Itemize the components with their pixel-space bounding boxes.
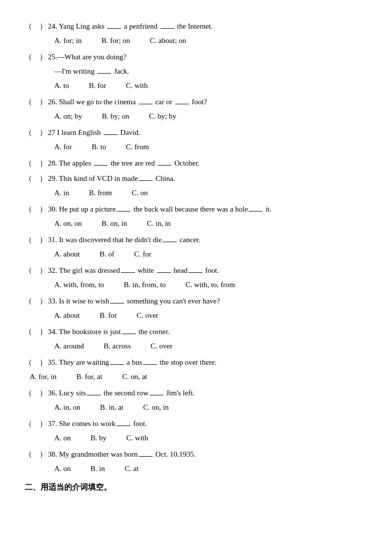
option-36-a: A. in, on	[54, 401, 80, 414]
paren-37: （ ）	[25, 417, 47, 430]
q30-options: A. on, on B. on, in C. in, in	[54, 217, 367, 230]
blank-35-1	[110, 364, 124, 365]
paren-30: （ ）	[25, 203, 47, 216]
blank-33	[110, 303, 124, 303]
blank-34	[122, 334, 136, 334]
option-30-a: A. on, on	[54, 217, 82, 230]
question-34-line: （ ） 34. The bookstore is just the corner…	[25, 325, 367, 339]
blank-32-2	[157, 272, 171, 273]
option-27-b: B. to	[92, 140, 106, 154]
q31-options: A. about B. of C. for	[54, 248, 367, 261]
question-25: （ ） 25.—What are you doing? —I'm writing…	[25, 50, 367, 92]
question-26-line: （ ） 26. Shall we go to the cinema car or…	[25, 95, 367, 109]
option-35-b: B. for, at	[76, 370, 102, 384]
option-33-c: C. over	[137, 309, 158, 322]
blank-35-2	[143, 364, 157, 365]
option-24-b: B. for; on	[101, 34, 130, 47]
option-26-b: B. by; on	[102, 110, 129, 123]
option-36-c: C. on, in	[143, 401, 169, 414]
paren-36: （ ）	[25, 386, 47, 400]
blank-28-1	[94, 165, 108, 166]
option-29-a: A. in	[54, 186, 69, 200]
q24-options: A. for; in B. for; on C. about; on	[54, 34, 367, 47]
q33-options: A. about B. for C. over	[54, 309, 367, 322]
option-29-c: C. on	[132, 186, 148, 200]
blank-36-1	[87, 395, 101, 395]
option-38-b: B. in	[90, 462, 105, 475]
blank-32-3	[189, 272, 202, 273]
q29-options: A. in B. from C. on	[54, 186, 367, 200]
q26-options: A. on; by B. by; on C. by; by	[54, 110, 367, 123]
option-32-a: A. with, from, to	[54, 278, 104, 292]
q27-text: 27 I learn English David.	[48, 126, 140, 139]
paren-32: （ ）	[25, 264, 47, 277]
option-27-c: C. from	[126, 140, 149, 154]
option-34-a: A. around	[54, 340, 84, 353]
q34-options: A. around B. across C. over	[54, 340, 367, 353]
question-26: （ ） 26. Shall we go to the cinema car or…	[25, 95, 367, 123]
option-24-a: A. for; in	[54, 34, 81, 47]
option-36-b: B. in, at	[100, 401, 124, 414]
q27-options: A. for B. to C. from	[54, 140, 367, 154]
blank-24-1	[107, 28, 121, 29]
question-38-line: （ ） 38. My grandmother was born Oct. 10,…	[25, 448, 367, 461]
question-28-line: （ ） 28. The apples the tree are red Octo…	[25, 157, 367, 170]
q38-text: 38. My grandmother was born Oct. 10,1935…	[48, 448, 196, 461]
option-31-c: C. for	[134, 248, 152, 261]
option-26-c: C. by; by	[149, 110, 176, 123]
q25-subtext: —I'm writing Jack.	[54, 65, 129, 78]
blank-37	[117, 426, 130, 426]
question-37-line: （ ） 37. She comes to work foot.	[25, 417, 367, 430]
option-25-b: B. for	[89, 79, 106, 92]
paren-27: （ ）	[25, 126, 47, 139]
option-38-c: C. at	[125, 462, 139, 475]
question-24: （ ） 24. Yang Ling asks a penfriend the I…	[25, 20, 367, 47]
option-32-b: B. in, from, to	[124, 278, 166, 292]
question-30: （ ） 30. He put up a picture the back wal…	[25, 203, 367, 230]
q38-options: A. on B. in C. at	[54, 462, 367, 475]
q36-options: A. in, on B. in, at C. on, in	[54, 401, 367, 414]
paren-38: （ ）	[25, 448, 47, 461]
paren-26: （ ）	[25, 95, 47, 109]
blank-28-2	[157, 165, 171, 166]
q29-text: 29. This kind of VCD in made China.	[48, 172, 175, 185]
blank-30-1	[117, 211, 130, 212]
option-34-b: B. across	[104, 340, 131, 353]
paren-34: （ ）	[25, 325, 47, 339]
paren-28: （ ）	[25, 157, 47, 170]
option-27-a: A. for	[54, 140, 72, 154]
question-36: （ ） 36. Lucy sits the second row Jim's l…	[25, 386, 367, 414]
question-32-line: （ ） 32. The girl was dressed white head …	[25, 264, 367, 277]
option-30-c: C. in, in	[147, 217, 171, 230]
paren-29: （ ）	[25, 172, 47, 185]
q24-text: 24. Yang Ling asks a penfriend the Inter…	[48, 20, 213, 33]
paren-25: （ ）	[25, 50, 47, 64]
option-29-b: B. from	[89, 186, 112, 200]
question-25-subline: —I'm writing Jack.	[54, 65, 367, 78]
q26-text: 26. Shall we go to the cinema car or foo…	[48, 95, 207, 109]
q34-text: 34. The bookstore is just the corner.	[48, 325, 170, 339]
q37-options: A. on B. by C. with	[54, 431, 367, 445]
option-25-a: A. to	[54, 79, 69, 92]
paren-35: （ ）	[25, 356, 47, 369]
option-24-c: C. about; on	[150, 34, 186, 47]
blank-26-2	[175, 104, 189, 104]
option-31-b: B. of	[100, 248, 115, 261]
question-32: （ ） 32. The girl was dressed white head …	[25, 264, 367, 292]
option-33-b: B. for	[100, 309, 117, 322]
question-25-line: （ ） 25.—What are you doing?	[25, 50, 367, 64]
option-33-a: A. about	[54, 309, 80, 322]
q25-text: 25.—What are you doing?	[48, 50, 126, 64]
question-27-line: （ ） 27 I learn English David.	[25, 126, 367, 139]
q32-text: 32. The girl was dressed white head foot…	[48, 264, 219, 277]
paren-33: （ ）	[25, 295, 47, 308]
option-37-a: A. on	[54, 431, 71, 445]
question-24-line: （ ） 24. Yang Ling asks a penfriend the I…	[25, 20, 367, 33]
blank-38	[139, 456, 153, 457]
option-25-c: C. with	[126, 79, 148, 92]
question-31: （ ） 31. It was discovered that he didn't…	[25, 233, 367, 261]
paren-31: （ ）	[25, 233, 47, 247]
blank-31	[163, 242, 177, 242]
option-34-c: C. over	[151, 340, 172, 353]
q28-text: 28. The apples the tree are red October.	[48, 157, 199, 170]
